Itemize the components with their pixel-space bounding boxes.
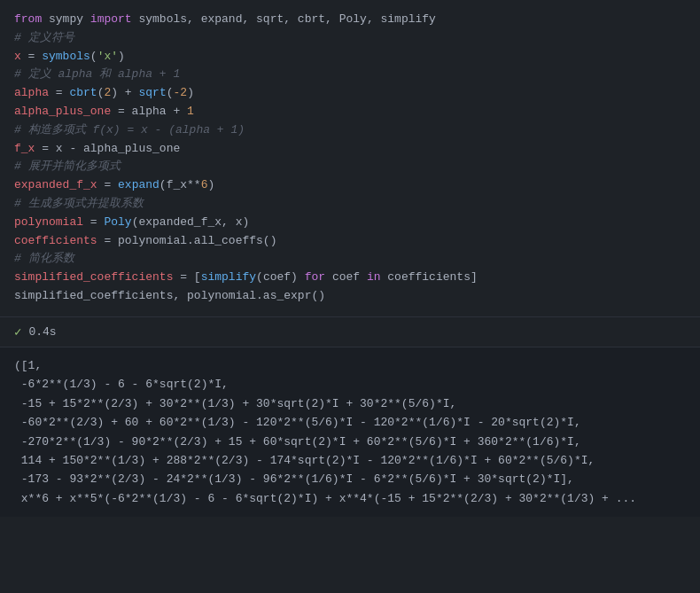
code-line-comment5: # 生成多项式并提取系数 — [14, 195, 686, 214]
code-line-fx: f_x = x - alpha_plus_one — [14, 140, 686, 159]
code-token: simplified_coefficients — [14, 270, 173, 284]
code-token: (coef) — [256, 270, 305, 284]
code-token: = [ — [173, 270, 200, 284]
output-line-4: -270*2**(1/3) - 90*2**(2/3) + 15 + 60*sq… — [14, 433, 686, 451]
code-line-comment3: # 构造多项式 f(x) = x - (alpha + 1) — [14, 121, 686, 140]
code-line-comment6: # 简化系数 — [14, 250, 686, 269]
output-line-1: -6*2**(1/3) - 6 - 6*sqrt(2)*I, — [14, 375, 686, 394]
code-line-import: from sympy import symbols, expand, sqrt,… — [14, 11, 686, 29]
code-token: symbols — [42, 50, 90, 63]
code-token: ) + — [111, 86, 138, 99]
output-line-3: -60*2**(2/3) + 60 + 60*2**(1/3) - 120*2*… — [14, 413, 686, 432]
code-token: polynomial — [14, 215, 83, 229]
code-line-last: simplified_coefficients, polynomial.as_e… — [14, 287, 686, 306]
code-token: ( — [90, 50, 97, 63]
code-line-comment4: # 展开并简化多项式 — [14, 158, 686, 176]
status-bar: ✓ 0.4s — [0, 317, 700, 347]
code-line-poly: polynomial = Poly(expanded_f_x, x) — [14, 214, 686, 232]
code-line-alpha_plus_one: alpha_plus_one = alpha + 1 — [14, 103, 686, 121]
code-token: = x - alpha_plus_one — [35, 142, 180, 155]
code-line-simplified: simplified_coefficients = [simplify(coef… — [14, 269, 686, 287]
code-token: 'x' — [97, 50, 118, 63]
code-line-symbols: x = symbols('x') — [14, 48, 686, 66]
code-token: from — [14, 12, 42, 26]
code-token: = — [21, 50, 42, 63]
code-token: sympy — [42, 12, 90, 26]
code-token: x — [14, 50, 21, 63]
code-token: alpha — [14, 86, 49, 99]
code-line-alpha: alpha = cbrt(2) + sqrt(-2) — [14, 84, 686, 103]
code-token: ) — [118, 50, 125, 63]
output-line-6: -173 - 93*2**(2/3) - 24*2**(1/3) - 96*2*… — [14, 470, 686, 488]
code-token: = — [83, 215, 104, 229]
code-token: ) — [187, 86, 194, 99]
code-line-expanded: expanded_f_x = expand(f_x**6) — [14, 176, 686, 195]
code-token: # 定义符号 — [14, 31, 74, 44]
code-token: coefficients] — [381, 270, 478, 284]
code-token: cbrt — [69, 86, 97, 99]
check-icon: ✓ — [14, 324, 21, 339]
code-token: simplified_coefficients, polynomial.as_e… — [14, 289, 325, 302]
code-token: Poly — [104, 215, 131, 229]
code-token: # 展开并简化多项式 — [14, 160, 121, 173]
code-token: (f_x** — [159, 178, 201, 191]
code-token: = polynomial.all_coeffs() — [97, 234, 277, 247]
code-token: = — [49, 86, 69, 99]
code-token: coefficients — [14, 234, 97, 247]
output-line-2: -15 + 15*2**(2/3) + 30*2**(1/3) + 30*sqr… — [14, 394, 686, 413]
output-line-7: x**6 + x**5*(-6*2**(1/3) - 6 - 6*sqrt(2)… — [14, 489, 686, 508]
code-token: # 简化系数 — [14, 252, 74, 265]
code-token: for — [305, 270, 325, 284]
code-token: ) — [207, 178, 214, 191]
code-token: in — [367, 270, 381, 284]
code-token: simplify — [201, 270, 256, 284]
output-area: ([1, -6*2**(1/3) - 6 - 6*sqrt(2)*I, -15 … — [0, 347, 700, 518]
code-token: f_x — [14, 142, 35, 155]
code-token: import — [90, 12, 132, 26]
code-token: # 构造多项式 f(x) = x - (alpha + 1) — [14, 123, 245, 137]
code-token: = alpha + — [111, 105, 187, 118]
code-token: expanded_f_x — [14, 178, 97, 191]
code-token: # 生成多项式并提取系数 — [14, 197, 144, 210]
output-line-0: ([1, — [14, 356, 686, 375]
code-line-comment2: # 定义 alpha 和 alpha + 1 — [14, 66, 686, 84]
code-token: alpha_plus_one — [14, 105, 111, 118]
code-line-coeffs: coefficients = polynomial.all_coeffs() — [14, 232, 686, 251]
status-time: 0.4s — [28, 325, 56, 339]
code-line-comment1: # 定义符号 — [14, 29, 686, 48]
code-token: (expanded_f_x, x) — [132, 215, 250, 229]
code-token: = — [97, 178, 118, 191]
code-token: 1 — [187, 105, 194, 118]
code-token: # 定义 alpha 和 alpha + 1 — [14, 67, 180, 81]
code-token: sqrt — [138, 86, 166, 99]
code-token: coef — [325, 270, 367, 284]
output-line-5: 114 + 150*2**(1/3) + 288*2**(2/3) - 174*… — [14, 451, 686, 470]
code-token: -2 — [174, 86, 188, 99]
code-token: symbols, expand, sqrt, cbrt, Poly, simpl… — [132, 12, 436, 26]
code-token: ( — [167, 86, 174, 99]
code-token: expand — [118, 178, 159, 191]
code-area: from sympy import symbols, expand, sqrt,… — [0, 0, 700, 317]
